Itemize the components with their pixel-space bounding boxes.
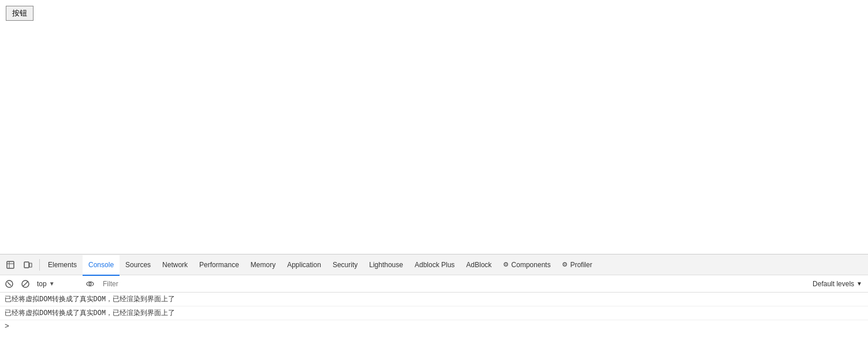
tab-network-label: Network — [162, 261, 188, 269]
block-icon — [21, 280, 29, 288]
svg-line-6 — [8, 282, 11, 286]
tab-adblock-label: AdBlock — [466, 261, 491, 269]
tab-profiler-label: Profiler — [570, 261, 592, 269]
devtools-tab-bar: ElementsConsoleSourcesNetworkPerformance… — [0, 254, 868, 275]
tab-sources[interactable]: Sources — [120, 255, 157, 276]
devtools-panel: ElementsConsoleSourcesNetworkPerformance… — [0, 254, 868, 337]
page-area: 按钮 — [0, 0, 868, 254]
console-lines: 已经将虚拟DOM转换成了真实DOM，已经渲染到界面上了已经将虚拟DOM转换成了真… — [0, 293, 868, 320]
tab-sources-label: Sources — [125, 261, 151, 269]
tab-profiler[interactable]: ⚙Profiler — [556, 255, 598, 276]
prompt-symbol: > — [5, 322, 9, 331]
tab-adblock-plus-label: Adblock Plus — [415, 261, 455, 269]
console-prompt: > — [0, 320, 868, 332]
default-levels-label: Default levels — [813, 280, 854, 288]
filter-button[interactable] — [18, 277, 32, 291]
tab-divider — [39, 259, 40, 271]
gear-icon: ⚙ — [503, 261, 509, 268]
inspect-element-button[interactable] — [2, 257, 18, 273]
console-line: 已经将虚拟DOM转换成了真实DOM，已经渲染到界面上了 — [0, 293, 868, 306]
tab-elements-label: Elements — [48, 261, 77, 269]
tab-network[interactable]: Network — [157, 255, 193, 276]
console-line: 已经将虚拟DOM转换成了真实DOM，已经渲染到界面上了 — [0, 306, 868, 320]
tab-performance[interactable]: Performance — [193, 255, 245, 276]
console-toolbar: top ▼ Default levels ▼ — [0, 275, 868, 293]
default-levels-arrow: ▼ — [856, 280, 862, 287]
tabs-container: ElementsConsoleSourcesNetworkPerformance… — [42, 254, 598, 275]
eye-button[interactable] — [83, 277, 97, 291]
svg-rect-4 — [29, 263, 32, 267]
svg-rect-3 — [24, 262, 29, 268]
tab-elements[interactable]: Elements — [42, 255, 83, 276]
tab-memory[interactable]: Memory — [245, 255, 281, 276]
clear-icon — [5, 280, 13, 288]
context-dropdown-arrow: ▼ — [49, 280, 55, 287]
clear-console-button[interactable] — [2, 277, 16, 291]
tab-components[interactable]: ⚙Components — [497, 255, 556, 276]
default-levels-dropdown[interactable]: Default levels ▼ — [809, 279, 866, 289]
tab-console-label: Console — [88, 261, 114, 269]
tab-security[interactable]: Security — [327, 255, 363, 276]
svg-line-8 — [23, 282, 28, 286]
device-toolbar-button[interactable] — [20, 257, 36, 273]
tab-application-label: Application — [287, 261, 321, 269]
tab-components-label: Components — [511, 261, 550, 269]
page-button[interactable]: 按钮 — [6, 6, 33, 21]
tab-adblock[interactable]: AdBlock — [460, 255, 497, 276]
tab-memory-label: Memory — [251, 261, 275, 269]
tab-application[interactable]: Application — [281, 255, 327, 276]
tab-console[interactable]: Console — [83, 255, 120, 276]
tab-performance-label: Performance — [199, 261, 239, 269]
tab-lighthouse-label: Lighthouse — [369, 261, 403, 269]
gear-icon: ⚙ — [562, 261, 568, 268]
device-icon — [23, 260, 32, 269]
eye-icon — [86, 280, 94, 288]
svg-rect-0 — [7, 261, 14, 268]
console-output: 已经将虚拟DOM转换成了真实DOM，已经渲染到界面上了已经将虚拟DOM转换成了真… — [0, 293, 868, 337]
cursor-icon — [6, 260, 15, 269]
context-label: top — [37, 280, 47, 288]
svg-point-10 — [89, 283, 91, 285]
tab-adblock-plus[interactable]: Adblock Plus — [409, 255, 460, 276]
tab-security-label: Security — [333, 261, 357, 269]
context-selector[interactable]: top ▼ — [35, 279, 81, 289]
tab-lighthouse[interactable]: Lighthouse — [363, 255, 409, 276]
console-filter-input[interactable] — [99, 279, 807, 289]
